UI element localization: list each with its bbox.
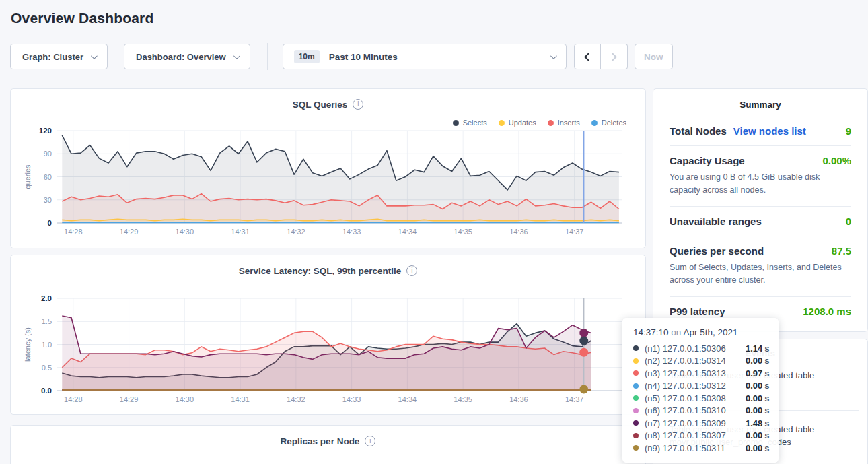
view-nodes-link[interactable]: View nodes list <box>733 125 806 137</box>
tooltip-row-n2: (n2) 127.0.0.1:503140.00s <box>633 355 769 368</box>
svg-text:14:37: 14:37 <box>565 395 584 403</box>
info-icon[interactable]: i <box>365 436 375 446</box>
node-latency-value: 0.00 <box>746 356 762 366</box>
chart-header: Replicas per Node i <box>11 426 645 446</box>
chart-tooltip: 14:37:10 on Apr 5th, 2021 (n1) 127.0.0.1… <box>622 318 779 463</box>
svg-text:14:34: 14:34 <box>398 228 417 236</box>
node-latency-unit: s <box>764 380 769 391</box>
svg-text:1.0: 1.0 <box>42 341 52 349</box>
graph-dropdown[interactable]: Graph: Cluster <box>10 44 108 69</box>
node-latency-unit: s <box>764 405 769 416</box>
node-color-dot <box>633 408 639 413</box>
summary-panel: Summary Total Nodes View nodes list 9 Ca… <box>653 88 868 332</box>
node-color-dot <box>633 345 639 351</box>
node-color-dot <box>633 445 639 451</box>
svg-text:14:30: 14:30 <box>176 228 194 236</box>
chart-title: SQL Queries <box>293 100 348 110</box>
node-address: (n7) 127.0.0.1:50309 <box>645 418 746 428</box>
svg-text:60: 60 <box>44 173 52 181</box>
svg-text:0.5: 0.5 <box>42 364 52 372</box>
svg-text:14:34: 14:34 <box>398 395 417 403</box>
summary-title: Summary <box>670 98 851 117</box>
chevron-down-icon <box>550 53 557 59</box>
node-address: (n6) 127.0.0.1:50310 <box>645 405 746 416</box>
info-icon[interactable]: i <box>353 99 363 110</box>
node-address: (n9) 127.0.0.1:50311 <box>645 443 746 453</box>
tooltip-date: Apr 5th, 2021 <box>683 327 737 337</box>
node-latency-value: 0.00 <box>746 405 762 416</box>
node-color-dot <box>633 395 639 401</box>
node-color-dot <box>633 358 639 364</box>
svg-text:14:29: 14:29 <box>120 228 139 236</box>
tooltip-time: 14:37:10 <box>633 327 669 337</box>
summary-value: 1208.0 ms <box>803 306 851 317</box>
node-color-dot <box>633 383 639 389</box>
summary-row-qps: Queries per second 87.5 Sum of Selects, … <box>670 236 851 296</box>
time-range-dropdown[interactable]: 10m Past 10 Minutes <box>283 44 567 69</box>
page-title: Overview Dashboard <box>0 0 868 26</box>
chart-title: Service Latency: SQL, 99th percentile <box>239 266 402 276</box>
svg-text:14:29: 14:29 <box>120 395 139 403</box>
hover-dot <box>579 348 588 357</box>
svg-text:14:33: 14:33 <box>342 228 361 236</box>
summary-row-capacity: Capacity Usage 0.00% You are using 0 B o… <box>670 146 851 206</box>
summary-subtext: Sum of Selects, Updates, Inserts, and De… <box>670 261 851 288</box>
chevron-right-icon <box>608 53 617 61</box>
tooltip-row-n8: (n8) 127.0.0.1:503070.00s <box>633 430 769 442</box>
node-color-dot <box>633 433 639 438</box>
svg-text:14:36: 14:36 <box>509 228 528 236</box>
node-latency-unit: s <box>764 343 769 354</box>
summary-label: Total Nodes <box>670 125 727 137</box>
svg-text:2.0: 2.0 <box>41 294 52 302</box>
summary-value: 0.00% <box>822 155 851 166</box>
time-range-label: Past 10 Minutes <box>329 52 398 62</box>
summary-label: Queries per second <box>670 245 764 257</box>
summary-value: 0 <box>846 216 851 227</box>
tooltip-row-n5: (n5) 127.0.0.1:503080.00s <box>633 392 769 405</box>
node-address: (n3) 127.0.0.1:50313 <box>645 368 746 378</box>
chevron-down-icon <box>233 53 240 59</box>
node-address: (n8) 127.0.0.1:50307 <box>645 430 746 440</box>
chevron-left-icon <box>584 53 593 61</box>
node-address: (n2) 127.0.0.1:50314 <box>645 356 746 366</box>
summary-label: Capacity Usage <box>670 155 745 166</box>
node-latency-value: 0.97 <box>746 368 762 378</box>
info-icon[interactable]: i <box>406 265 417 276</box>
node-latency-value: 0.00 <box>746 393 762 403</box>
time-prev-button[interactable] <box>574 44 601 69</box>
now-button[interactable]: Now <box>635 44 673 69</box>
node-latency-unit: s <box>764 443 769 453</box>
svg-text:14:35: 14:35 <box>454 395 472 403</box>
sql-queries-chart[interactable]: 14:2814:2914:3014:3114:3214:3314:3414:35… <box>23 124 632 240</box>
tooltip-on: on <box>671 327 681 337</box>
tooltip-timestamp: 14:37:10 on Apr 5th, 2021 <box>633 327 769 337</box>
hover-dot <box>579 329 588 337</box>
svg-text:0.0: 0.0 <box>41 387 52 395</box>
node-latency-unit: s <box>764 368 769 378</box>
tooltip-row-n4: (n4) 127.0.0.1:503120.00s <box>633 380 769 393</box>
dashboard-dropdown-label: Dashboard: Overview <box>136 52 226 62</box>
node-address: (n5) 127.0.0.1:50308 <box>645 393 746 403</box>
svg-text:14:31: 14:31 <box>231 395 250 403</box>
svg-text:0: 0 <box>48 219 52 227</box>
svg-text:30: 30 <box>44 196 52 204</box>
toolbar: Graph: Cluster Dashboard: Overview 10m P… <box>0 44 868 69</box>
node-color-dot <box>633 420 639 426</box>
time-range-badge: 10m <box>294 50 320 63</box>
svg-text:latency (s): latency (s) <box>24 327 32 362</box>
node-latency-value: 0.00 <box>746 380 762 391</box>
time-next-button[interactable] <box>601 44 628 69</box>
svg-text:14:30: 14:30 <box>176 395 194 403</box>
charts-column: SQL Queries i SelectsUpdatesInsertsDelet… <box>10 88 646 464</box>
summary-label: P99 latency <box>670 306 725 317</box>
summary-row-unavailable-ranges: Unavailable ranges 0 <box>670 207 851 236</box>
tooltip-row-n9: (n9) 127.0.0.1:503110.00s <box>633 442 769 455</box>
svg-text:14:28: 14:28 <box>64 228 83 236</box>
service-latency-chart[interactable]: 14:2814:2914:3014:3114:3214:3314:3414:35… <box>23 292 632 407</box>
dashboard-dropdown[interactable]: Dashboard: Overview <box>124 44 250 69</box>
node-latency-unit: s <box>764 418 769 428</box>
node-address: (n4) 127.0.0.1:50312 <box>645 380 746 391</box>
svg-text:120: 120 <box>39 127 52 135</box>
svg-text:14:33: 14:33 <box>342 395 361 403</box>
tooltip-row-n7: (n7) 127.0.0.1:503091.48s <box>633 417 769 430</box>
